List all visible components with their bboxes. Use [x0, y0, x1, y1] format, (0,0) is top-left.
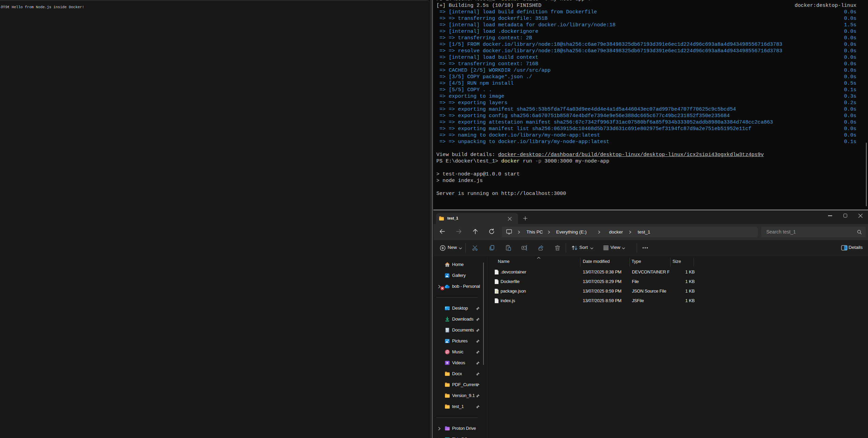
- svg-text:(): (): [495, 290, 498, 293]
